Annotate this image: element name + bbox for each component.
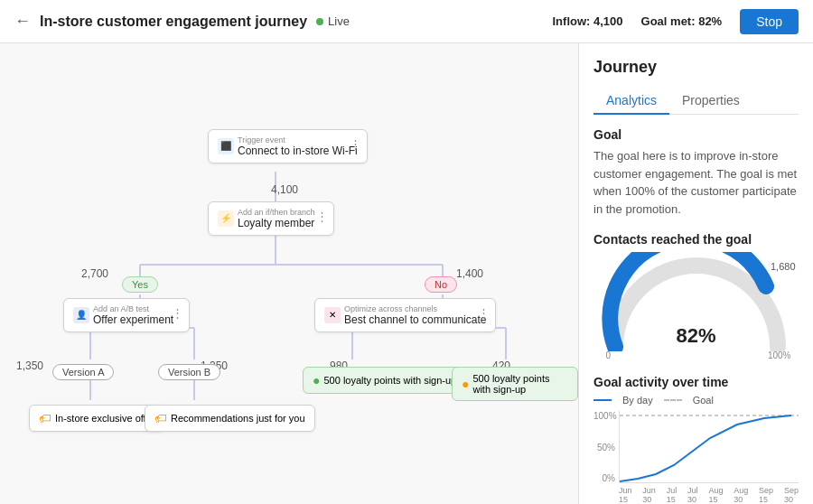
live-label: Live bbox=[328, 14, 350, 28]
green-node-left: ● 500 loyalty points with sign-up bbox=[303, 367, 466, 394]
main-area: ⬛ Trigger event Connect to in-store Wi-F… bbox=[0, 43, 813, 504]
branch-small-label: Add an if/then branch bbox=[238, 208, 315, 217]
trigger-more[interactable]: ⋮ bbox=[350, 137, 361, 151]
green-label-right: 500 loyalty points with sign-up bbox=[472, 373, 568, 395]
header-left: ← In-store customer engagement journey L… bbox=[14, 12, 542, 31]
live-badge: Live bbox=[316, 14, 350, 28]
ab-more[interactable]: ⋮ bbox=[172, 306, 183, 320]
no-count: 1,400 bbox=[456, 267, 483, 280]
ab-test-node: 👤 Add an A/B test Offer experiment ⋮ bbox=[63, 298, 190, 332]
recommendations-node: 🏷 Recommendations just for you bbox=[145, 405, 315, 432]
goal-section-title: Goal bbox=[593, 127, 799, 142]
trigger-count: 4,100 bbox=[271, 183, 298, 196]
chart-svg bbox=[620, 411, 799, 482]
back-button[interactable]: ← bbox=[14, 12, 31, 31]
live-dot bbox=[316, 18, 323, 25]
panel-tabs: Analytics Properties bbox=[593, 88, 799, 115]
optimize-more[interactable]: ⋮ bbox=[478, 306, 490, 320]
inflow-stat: Inflow: 4,100 bbox=[553, 14, 623, 28]
right-panel: Journey Analytics Properties Goal The go… bbox=[578, 43, 813, 504]
gauge-section: 82% 0 100% 1,680 bbox=[593, 252, 799, 360]
branch-more[interactable]: ⋮ bbox=[316, 210, 328, 223]
goal-text: The goal here is to improve in-store cus… bbox=[593, 147, 799, 218]
chart-body bbox=[619, 411, 799, 483]
tab-properties[interactable]: Properties bbox=[669, 88, 752, 115]
green-node-right: ● 500 loyalty points with sign-up bbox=[452, 367, 578, 401]
journey-canvas: ⬛ Trigger event Connect to in-store Wi-F… bbox=[0, 43, 578, 504]
branch-main-label: Loyalty member bbox=[238, 217, 315, 229]
branch-node: ⚡ Add an if/then branch Loyalty member ⋮ bbox=[208, 201, 334, 236]
gauge-percent: 82% bbox=[676, 324, 715, 348]
optimize-main-label: Best channel to communicate bbox=[344, 313, 486, 326]
instore-offer-label: In-store exclusive offer bbox=[55, 413, 154, 424]
no-pill: No bbox=[425, 276, 457, 293]
legend-goal: Goal bbox=[693, 395, 714, 406]
page-title: In-store customer engagement journey bbox=[40, 14, 307, 30]
optimize-node: ✕ Optimize across channels Best channel … bbox=[314, 298, 496, 332]
chart-area: 100% 50% 0% Jun1 bbox=[593, 411, 799, 501]
gauge-val-right: 100% bbox=[768, 350, 791, 360]
activity-title: Goal activity over time bbox=[593, 375, 799, 389]
chart-y-labels: 100% 50% 0% bbox=[593, 411, 619, 483]
header: ← In-store customer engagement journey L… bbox=[0, 0, 813, 43]
gauge-val-left: 0 bbox=[606, 350, 612, 360]
legend-by-day: By day bbox=[622, 395, 653, 406]
stop-button[interactable]: Stop bbox=[740, 9, 799, 34]
gauge-val-top: 1,680 bbox=[771, 261, 796, 272]
legend-dashed-line bbox=[664, 399, 682, 401]
trigger-icon: ⬛ bbox=[218, 138, 234, 154]
tab-analytics[interactable]: Analytics bbox=[593, 88, 669, 115]
chart-section: Goal activity over time By day Goal 100%… bbox=[593, 375, 799, 501]
contacts-title: Contacts reached the goal bbox=[593, 232, 799, 247]
version-a-pill: Version A bbox=[52, 364, 114, 380]
branch-icon: ⚡ bbox=[218, 210, 234, 227]
trigger-node: ⬛ Trigger event Connect to in-store Wi-F… bbox=[208, 129, 368, 163]
legend-solid-line bbox=[593, 399, 612, 401]
green-label-left: 500 loyalty points with sign-up bbox=[323, 375, 456, 386]
panel-title: Journey bbox=[593, 58, 799, 77]
yes-pill: Yes bbox=[122, 276, 158, 293]
yes-count: 2,700 bbox=[81, 267, 108, 280]
header-right: Inflow: 4,100 Goal met: 82% Stop bbox=[553, 9, 799, 34]
ab-icon: 👤 bbox=[73, 307, 89, 323]
ab-small-label: Add an A/B test bbox=[93, 304, 173, 313]
goal-stat: Goal met: 82% bbox=[641, 14, 723, 28]
trigger-small-label: Trigger event bbox=[238, 135, 358, 145]
trigger-main-label: Connect to in-store Wi-Fi bbox=[238, 145, 358, 157]
recommendations-label: Recommendations just for you bbox=[171, 413, 305, 424]
chart-legend: By day Goal bbox=[593, 395, 799, 406]
optimize-small-label: Optimize across channels bbox=[344, 304, 486, 313]
version-a-count: 1,350 bbox=[16, 359, 43, 372]
optimize-icon: ✕ bbox=[324, 307, 341, 323]
ab-main-label: Offer experiment bbox=[93, 313, 173, 326]
chart-x-labels: Jun15 Jun30 Jul15 Jul30 Aug15 Aug30 Sep1… bbox=[619, 486, 799, 504]
version-b-pill: Version B bbox=[158, 364, 220, 380]
